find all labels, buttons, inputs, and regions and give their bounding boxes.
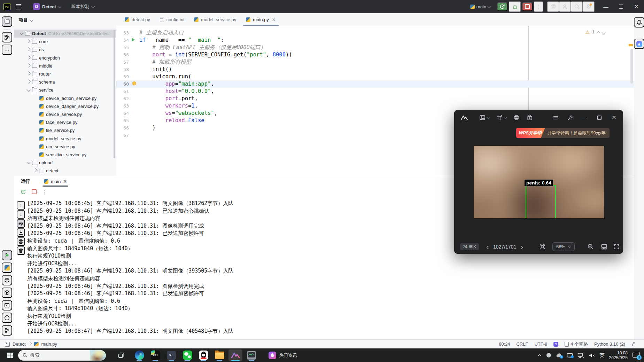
- window-close-button[interactable]: ✕: [629, 0, 644, 13]
- settings-button[interactable]: ⚙: [583, 1, 595, 12]
- console-soft-wrap-button[interactable]: [17, 219, 25, 228]
- news-widget[interactable]: 热门资讯: [269, 352, 297, 359]
- toolwindow-button-python-console[interactable]: [2, 262, 12, 273]
- editor-scrollbar-thumb[interactable]: [630, 49, 633, 84]
- tree-item-schema[interactable]: schema: [14, 78, 116, 86]
- taskbar-app-wechat[interactable]: [180, 349, 194, 361]
- tree-item-core[interactable]: core: [14, 38, 116, 46]
- unlock-icon[interactable]: [631, 342, 636, 347]
- code-line-58[interactable]: 58 init(): [116, 66, 634, 73]
- chevron-down-icon[interactable]: [26, 160, 30, 164]
- taskbar-app-file-explorer[interactable]: [212, 349, 226, 361]
- code-with-me-button[interactable]: [559, 1, 571, 12]
- photo-canvas[interactable]: penis: 0.64: [474, 146, 604, 218]
- ai-chat-button[interactable]: @: [547, 1, 559, 12]
- chevron-right-icon[interactable]: [33, 168, 37, 172]
- code-line-63[interactable]: 63 workers=1,: [116, 102, 634, 110]
- rerun-button[interactable]: [497, 2, 507, 11]
- chevron-right-icon[interactable]: [26, 55, 30, 59]
- taskbar-search[interactable]: 搜索: [18, 350, 106, 361]
- next-problem-icon[interactable]: [602, 30, 605, 34]
- project-widget[interactable]: D Detect: [30, 2, 64, 11]
- taskbar-app-edge[interactable]: [132, 349, 146, 361]
- chevron-right-icon[interactable]: [26, 63, 30, 67]
- window-maximize-button[interactable]: [613, 0, 629, 13]
- console-print-button[interactable]: [17, 237, 25, 246]
- chevron-right-icon[interactable]: [26, 47, 30, 51]
- toolwindow-button-more-horizontal[interactable]: ⋯: [2, 45, 12, 55]
- chevron-down-icon[interactable]: [26, 88, 30, 92]
- tree-item-face_service.py[interactable]: face_service.py: [14, 118, 116, 126]
- toolwindow-button-version-control[interactable]: [2, 325, 12, 336]
- tree-item-service[interactable]: service: [14, 86, 116, 94]
- tree-item-device_action_service.py[interactable]: device_action_service.py: [14, 94, 116, 102]
- tree-item-detect[interactable]: detect: [14, 167, 116, 175]
- tree-item-file_service.py[interactable]: file_service.py: [14, 126, 116, 134]
- indent-selector[interactable]: 4 个空格: [565, 341, 588, 347]
- project-scrollbar-thumb[interactable]: [114, 30, 115, 158]
- console-down-button[interactable]: ↓: [17, 210, 25, 219]
- wps-promo-banner[interactable]: WPS开学季 开学季特惠！超会限时99元/年: [516, 128, 610, 138]
- main-menu-button[interactable]: [13, 2, 24, 11]
- next-image-button[interactable]: ›: [521, 243, 523, 250]
- viewer-printer-button[interactable]: [513, 113, 520, 123]
- tree-item-model_service.py[interactable]: model_service.py: [14, 134, 116, 142]
- zoom-level-selector[interactable]: 68%: [552, 242, 575, 251]
- chevron-right-icon[interactable]: [26, 80, 30, 84]
- tree-item-ds[interactable]: ds: [14, 46, 116, 54]
- breadcrumb-project[interactable]: Detect: [13, 341, 26, 347]
- hidden-icons-chevron[interactable]: [537, 353, 542, 358]
- viewer-close-button[interactable]: ✕: [608, 112, 620, 123]
- viewer-minimize-button[interactable]: —: [579, 112, 590, 123]
- screencast-icon[interactable]: [567, 353, 573, 358]
- caret-position[interactable]: 60:24: [499, 341, 510, 347]
- tree-item-device_service.py[interactable]: device_service.py: [14, 110, 116, 118]
- code-line-61[interactable]: 61 host="0.0.0.0",: [116, 88, 634, 95]
- filmstrip-toggle-button[interactable]: [601, 243, 607, 250]
- toolwindow-button-structure[interactable]: [2, 32, 12, 42]
- viewer-titlebar[interactable]: —✕: [454, 110, 623, 125]
- zoom-in-button[interactable]: [587, 243, 594, 250]
- toolwindow-button-services[interactable]: [2, 288, 12, 298]
- viewer-rotate-crop-button[interactable]: [496, 113, 506, 123]
- viewer-add-to-album-button[interactable]: [527, 113, 533, 123]
- tree-item-encryption[interactable]: encryption: [14, 54, 116, 62]
- viewer-edit-image-button[interactable]: [479, 113, 489, 123]
- taskbar-clock[interactable]: 10:08 2025/9/25: [609, 351, 628, 360]
- console-more-vertical-button[interactable]: ⋮: [42, 188, 47, 196]
- run-line-icon[interactable]: [132, 38, 135, 42]
- editor-tab-main.py[interactable]: main.py ✕: [241, 13, 280, 26]
- chevron-right-icon[interactable]: [26, 39, 30, 43]
- close-icon[interactable]: ✕: [63, 179, 67, 184]
- toolwindow-button-project-folder[interactable]: [2, 16, 12, 27]
- toolwindow-button-terminal[interactable]: [2, 300, 12, 310]
- vcs-widget[interactable]: 版本控制: [69, 2, 97, 11]
- tray-app-icon[interactable]: [546, 353, 551, 357]
- fit-to-window-button[interactable]: [539, 244, 545, 250]
- encoding-selector[interactable]: UTF-8: [534, 341, 547, 347]
- task-view-button[interactable]: [114, 349, 128, 361]
- tree-item-device_danger_service.py[interactable]: device_danger_service.py: [14, 102, 116, 110]
- line-ending-selector[interactable]: CRLF: [516, 341, 528, 347]
- console-stop-button[interactable]: [32, 188, 37, 196]
- code-line-62[interactable]: 62 port=port,: [116, 95, 634, 102]
- tree-item-middle[interactable]: middle: [14, 62, 116, 70]
- close-icon[interactable]: ✕: [272, 17, 276, 22]
- console-scroll-to-end-button[interactable]: [17, 228, 25, 237]
- tree-item-upload[interactable]: upload: [14, 159, 116, 167]
- taskbar-app-system-monitor[interactable]: [245, 349, 258, 361]
- taskbar-app-terminal-app[interactable]: >_: [164, 349, 178, 361]
- start-button[interactable]: [4, 350, 16, 361]
- console-delete-button[interactable]: [17, 246, 25, 255]
- code-line-59[interactable]: 59 uvicorn.run(: [116, 73, 634, 80]
- toolwindow-button-ai-assistant[interactable]: [634, 39, 644, 49]
- window-minimize-button[interactable]: —: [598, 0, 613, 13]
- toolwindow-button-problems[interactable]: [2, 313, 12, 323]
- ime-indicator[interactable]: 英: [600, 352, 605, 359]
- copilot-plugin-icon[interactable]: [553, 342, 558, 347]
- console-rerun-button[interactable]: [20, 188, 26, 196]
- stop-button[interactable]: [522, 2, 533, 11]
- debug-button[interactable]: [509, 1, 521, 12]
- editor-tab-model_service.py[interactable]: model_service.py: [189, 13, 241, 26]
- run-tab-main[interactable]: main ✕: [42, 176, 69, 187]
